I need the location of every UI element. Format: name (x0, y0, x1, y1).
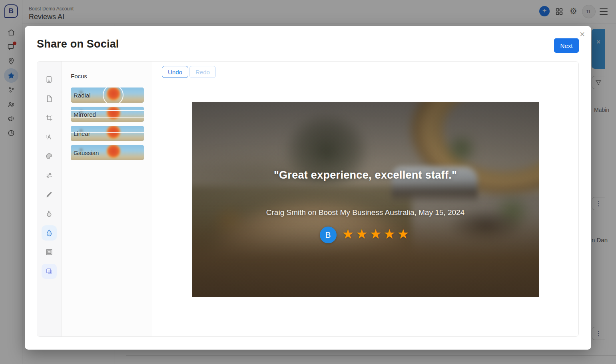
focus-option-label: Radial (74, 92, 91, 99)
template-tool-button[interactable] (42, 72, 57, 87)
smudge-tool-button[interactable] (42, 206, 57, 221)
adjust-tool-button[interactable] (42, 168, 57, 183)
focus-panel-title: Focus (71, 73, 152, 80)
photo-dark-overlay (192, 102, 539, 297)
template-icon (45, 76, 53, 84)
overlay-tool-button[interactable] (42, 264, 57, 279)
review-image-preview[interactable]: "Great experience, excellent staff." Cra… (192, 102, 539, 297)
file-icon (45, 95, 53, 103)
adjust-icon (45, 171, 53, 179)
text-tool-button[interactable] (42, 129, 57, 145)
frame-icon (45, 248, 53, 256)
review-attribution: Craig Smith on Boost My Business Austral… (192, 208, 539, 217)
smudge-icon (45, 210, 53, 218)
close-icon[interactable]: × (578, 28, 586, 40)
focus-panel: Focus Radial Mirrored Linear Gaussian (62, 62, 152, 336)
focus-option-radial[interactable]: Radial (71, 88, 144, 103)
brush-tool-button[interactable] (42, 187, 57, 202)
focus-option-label: Linear (74, 130, 90, 137)
undo-button[interactable]: Undo (162, 66, 188, 78)
editor-canvas: Undo Redo "Great experience, excellent s… (152, 62, 578, 336)
file-tool-button[interactable] (42, 91, 57, 106)
review-quote: "Great experience, excellent staff." (192, 169, 539, 181)
crop-tool-button[interactable] (42, 110, 57, 125)
star-rating: ★★★★★ (342, 227, 411, 243)
modal-title: Share on Social (37, 38, 119, 50)
text-icon (45, 133, 53, 141)
focus-option-mirrored[interactable]: Mirrored (71, 107, 144, 122)
brand-avatar: B (320, 227, 337, 243)
sticker-tool-button[interactable] (42, 149, 57, 164)
redo-button[interactable]: Redo (189, 66, 216, 78)
radial-focus-ring (103, 88, 124, 103)
blur-icon (45, 229, 53, 237)
frame-tool-button[interactable] (42, 245, 57, 260)
blur-tool-button[interactable] (42, 225, 57, 241)
next-button[interactable]: Next (554, 38, 579, 53)
focus-option-gaussian[interactable]: Gaussian (71, 145, 144, 160)
editor-tool-rail (37, 62, 62, 336)
brand-avatar-letter: B (325, 230, 331, 240)
overlay-icon (45, 267, 53, 275)
share-on-social-modal: × Share on Social Next (25, 26, 591, 350)
focus-option-linear[interactable]: Linear (71, 126, 144, 141)
crop-icon (45, 114, 53, 122)
review-badge-row: B ★★★★★ (192, 227, 539, 243)
focus-option-label: Gaussian (74, 149, 99, 156)
image-editor: Focus Radial Mirrored Linear Gaussian (37, 61, 579, 337)
sticker-icon (45, 152, 53, 160)
brush-icon (45, 191, 53, 199)
focus-option-label: Mirrored (74, 111, 96, 118)
